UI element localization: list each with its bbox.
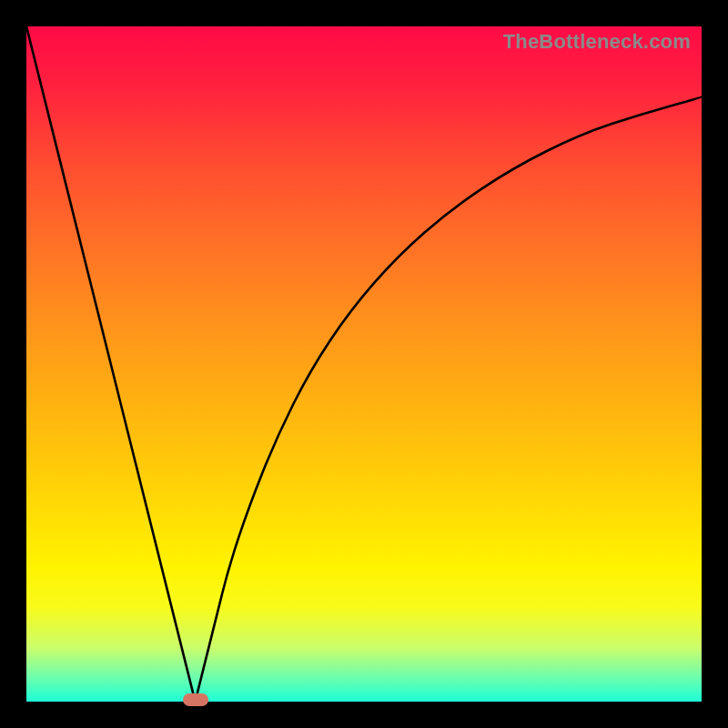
minimum-marker — [183, 693, 208, 706]
bottleneck-curve — [26, 26, 702, 702]
curve-right-segment — [196, 97, 703, 702]
curve-left-segment — [26, 26, 196, 702]
chart-plot-area: TheBottleneck.com — [26, 26, 702, 702]
